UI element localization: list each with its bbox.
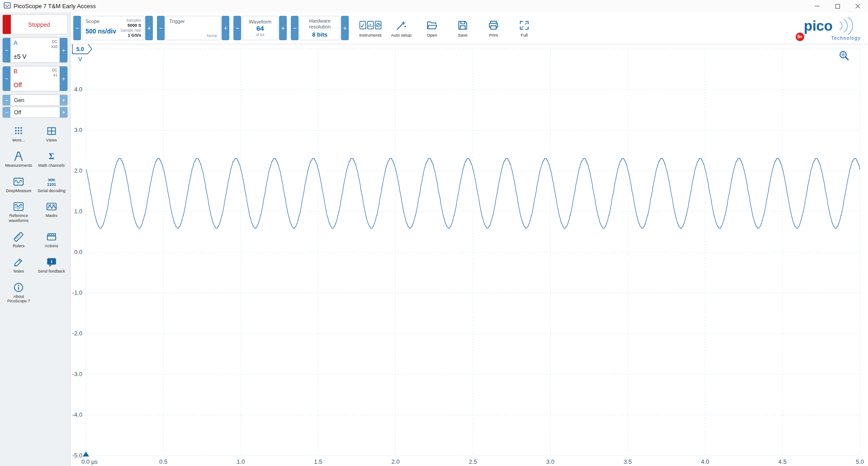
run-stop-control[interactable]: Stopped (2, 14, 68, 34)
scope-display[interactable]: 0.0 μs0.51.01.52.02.53.03.54.04.55.04.03… (71, 44, 868, 466)
svg-text:1.0: 1.0 (237, 458, 245, 465)
svg-text:5.0: 5.0 (856, 458, 864, 465)
sidebar-tool-deepmeasure[interactable]: DeepMeasure (2, 176, 35, 193)
sidebar-tool-serial-decoding[interactable]: 1101Serial decoding (35, 176, 68, 193)
scope-panel[interactable]: Scope 500 ns/div Samples 5000 S Sample r… (82, 16, 144, 40)
waveform-previous-button[interactable]: − (233, 16, 241, 40)
masks-icon (46, 201, 57, 212)
toolbar-buttons: InstrumentsAuto setupOpenSavePrintFull (356, 14, 539, 42)
channel-a-increase-button[interactable]: + (60, 38, 67, 62)
calipers-icon (13, 151, 24, 162)
generator-state-decrease-button[interactable]: − (3, 107, 10, 118)
svg-text:1.5: 1.5 (314, 458, 322, 465)
sidebar: Stopped − A DC x10 ±5 V + − B DC x1 (0, 12, 71, 466)
clapperboard-icon (46, 231, 57, 243)
resolution-value: 8 bits (312, 31, 327, 38)
svg-text:0.5: 0.5 (159, 458, 167, 465)
sidebar-tool-notes[interactable]: Notes (2, 256, 35, 274)
toolbar-button-label: Save (458, 33, 468, 38)
tool-label: Actions (45, 244, 58, 249)
tool-label: Math channels (38, 163, 65, 168)
generator-state[interactable]: Off (10, 107, 60, 118)
channel-b-label: B (14, 68, 18, 75)
sidebar-tool-rulers[interactable]: Rulers (2, 231, 35, 249)
sidebar-tool-reference-waveforms[interactable]: Reference waveforms (2, 201, 35, 223)
channel-b-decrease-button[interactable]: − (3, 66, 10, 91)
waveform-panel[interactable]: Waveform 64 of 64 (242, 16, 278, 40)
instruments-button[interactable]: Instruments (356, 14, 385, 42)
serial-1101-icon: 1101 (46, 176, 57, 188)
channel-b-coupling: DC (52, 68, 57, 73)
notification-badge[interactable]: 9+ (796, 33, 804, 41)
maximize-button[interactable] (827, 0, 848, 12)
scope-control-group: − Scope 500 ns/div Samples 5000 S Sample… (73, 16, 153, 40)
app-icon (4, 2, 11, 11)
sidebar-tool-views[interactable]: Views (35, 125, 68, 143)
zoom-magnifier-icon[interactable] (838, 50, 850, 63)
generator-state-increase-button[interactable]: + (60, 107, 67, 118)
generator-increase-button[interactable]: + (60, 95, 67, 105)
generator-decrease-button[interactable]: − (3, 95, 10, 105)
svg-text:2.0: 2.0 (74, 167, 82, 174)
svg-text:3.0: 3.0 (74, 127, 82, 133)
scope-increase-button[interactable]: + (145, 16, 153, 40)
save-floppy-icon (457, 19, 469, 32)
samples-label: Samples (120, 18, 141, 23)
print-button[interactable]: Print (479, 14, 508, 42)
waveform-next-button[interactable]: + (279, 16, 287, 40)
pencil-note-icon (13, 256, 24, 268)
titlebar: PicoScope 7 T&M Early Access (0, 0, 868, 12)
sidebar-tool-actions[interactable]: Actions (35, 231, 68, 249)
svg-text:4.0: 4.0 (74, 86, 82, 93)
sidebar-tool-about-picoscope-7[interactable]: About PicoScope 7 (2, 282, 35, 304)
minimize-button[interactable] (807, 0, 827, 12)
stop-indicator-icon[interactable] (3, 15, 11, 34)
svg-text:1101: 1101 (47, 182, 56, 186)
reference-waveforms-icon (13, 201, 24, 212)
channel-a-coupling: DC (51, 39, 57, 44)
auto-setup-icon (395, 19, 407, 32)
resolution-panel[interactable]: Hardware resolution 8 bits (299, 16, 340, 40)
svg-text:0.0: 0.0 (74, 249, 82, 255)
resolution-decrease-button[interactable]: − (291, 16, 299, 40)
sidebar-tool-math-channels[interactable]: ΣMath channels (35, 151, 68, 168)
resolution-increase-button[interactable]: + (341, 16, 349, 40)
sidebar-tool-measurements[interactable]: Measurements (2, 151, 35, 168)
waveform-number: 64 (256, 24, 264, 33)
trigger-panel[interactable]: Trigger None (166, 16, 221, 40)
run-status-label: Stopped (11, 15, 67, 34)
close-button[interactable] (848, 0, 868, 12)
sidebar-tool-more[interactable]: More... (2, 125, 35, 143)
svg-text:-3.0: -3.0 (72, 371, 82, 377)
toolbar-button-label: Full (521, 33, 527, 38)
sample-rate-value: 1 GS/s (120, 33, 141, 38)
svg-text:5.0: 5.0 (76, 46, 84, 52)
scope-decrease-button[interactable]: − (73, 16, 81, 40)
tool-label: Masks (46, 213, 57, 218)
channel-b-increase-button[interactable]: + (60, 66, 67, 91)
trigger-decrease-button[interactable]: − (157, 16, 165, 40)
channel-a-label: A (14, 39, 18, 46)
channel-a-decrease-button[interactable]: − (3, 38, 10, 62)
plot-canvas[interactable]: 0.0 μs0.51.01.52.02.53.03.54.04.55.04.03… (71, 44, 868, 466)
channel-a-body[interactable]: A DC x10 ±5 V (10, 38, 60, 62)
channel-b-body[interactable]: B DC x1 Off (10, 66, 60, 91)
auto-setup-button[interactable]: Auto setup (386, 14, 416, 42)
sample-rate-label: Sample rate (120, 28, 141, 33)
samples-value: 5000 S (120, 23, 141, 28)
full-button[interactable]: Full (509, 14, 539, 42)
save-button[interactable]: Save (448, 14, 478, 42)
toolbar-button-label: Auto setup (391, 33, 411, 38)
sidebar-tool-send-feedback[interactable]: iSend feedback (35, 256, 68, 274)
window-title: PicoScope 7 T&M Early Access (14, 3, 96, 9)
open-button[interactable]: Open (417, 14, 447, 42)
info-circle-icon (13, 282, 24, 293)
svg-text:pico: pico (804, 18, 833, 34)
pico-technology-logo: pico Technology (802, 14, 863, 42)
channel-b-range: Off (14, 81, 22, 89)
generator-label[interactable]: Gen (10, 95, 60, 105)
tool-label: Reference waveforms (4, 213, 33, 223)
trigger-increase-button[interactable]: + (222, 16, 229, 40)
sidebar-tool-masks[interactable]: Masks (35, 201, 68, 223)
instruments-icon (359, 19, 382, 32)
